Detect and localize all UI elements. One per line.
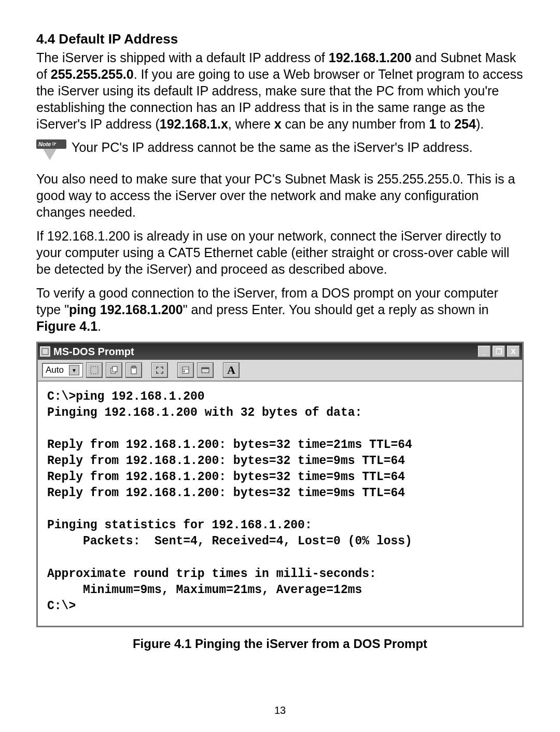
properties-icon[interactable]	[177, 362, 194, 378]
minimize-button[interactable]: _	[478, 345, 491, 358]
title-bar: MS-DOS Prompt _ ❐ X	[38, 343, 522, 360]
ip-range: 192.168.1.x	[160, 117, 228, 131]
svg-point-9	[183, 371, 185, 372]
note-label: Note	[38, 139, 51, 149]
dos-prompt-window: MS-DOS Prompt _ ❐ X Auto ▼	[36, 342, 524, 627]
text: , where	[228, 117, 274, 131]
note-icon: Note☞	[36, 139, 66, 161]
section-heading: 4.4 Default IP Address	[36, 31, 524, 47]
svg-rect-11	[202, 368, 209, 369]
svg-rect-2	[91, 367, 98, 374]
document-page: 4.4 Default IP Address The iServer is sh…	[0, 0, 560, 732]
text: ).	[476, 117, 484, 131]
x-var: x	[274, 117, 282, 131]
paragraph-3: If 192.168.1.200 is already in use on yo…	[36, 228, 524, 277]
window-title: MS-DOS Prompt	[53, 346, 478, 358]
fullscreen-icon[interactable]	[151, 362, 168, 378]
text: The iServer is shipped with a default IP…	[36, 50, 329, 65]
text: " and press Enter. You should get a repl…	[183, 302, 489, 317]
text: to	[436, 117, 454, 131]
mark-icon[interactable]	[86, 362, 103, 378]
svg-rect-4	[113, 367, 117, 372]
maximize-button[interactable]: ❐	[492, 345, 506, 358]
toolbar: Auto ▼ A	[38, 360, 522, 382]
text: can be any number from	[282, 117, 429, 131]
paragraph-4: To verify a good connection to the iServ…	[36, 285, 524, 334]
page-number: 13	[0, 705, 560, 716]
window-controls: _ ❐ X	[478, 345, 520, 358]
close-button[interactable]: X	[507, 345, 520, 358]
app-icon	[40, 346, 50, 357]
note-callout: Note☞ Your PC's IP address cannot be the…	[36, 139, 524, 161]
paste-icon[interactable]	[125, 362, 142, 378]
svg-rect-7	[183, 367, 189, 373]
svg-rect-6	[132, 366, 135, 368]
one: 1	[429, 117, 437, 131]
terminal-output: C:\>ping 192.168.1.200 Pinging 192.168.1…	[38, 382, 522, 626]
chevron-down-icon: ▼	[69, 365, 79, 375]
paragraph-1: The iServer is shipped with a default IP…	[36, 49, 524, 132]
auto-label: Auto	[46, 365, 64, 375]
figure-caption: Figure 4.1 Pinging the iServer from a DO…	[36, 637, 524, 651]
font-size-select[interactable]: Auto ▼	[42, 363, 83, 377]
svg-rect-1	[43, 349, 48, 354]
subnet-mask: 255.255.255.0	[51, 67, 134, 81]
background-icon[interactable]	[197, 362, 214, 378]
text: .	[97, 319, 101, 333]
ip-address: 192.168.1.200	[329, 50, 412, 65]
pointing-hand-icon: ☞	[52, 139, 57, 149]
paragraph-2: You also need to make sure that your PC'…	[36, 171, 524, 220]
note-text: Your PC's IP address cannot be the same …	[72, 139, 472, 156]
figure-reference: Figure 4.1	[36, 319, 97, 333]
ping-command: ping 192.168.1.200	[69, 302, 183, 317]
font-button[interactable]: A	[223, 362, 240, 378]
copy-icon[interactable]	[106, 362, 122, 378]
n254: 254	[454, 117, 476, 131]
